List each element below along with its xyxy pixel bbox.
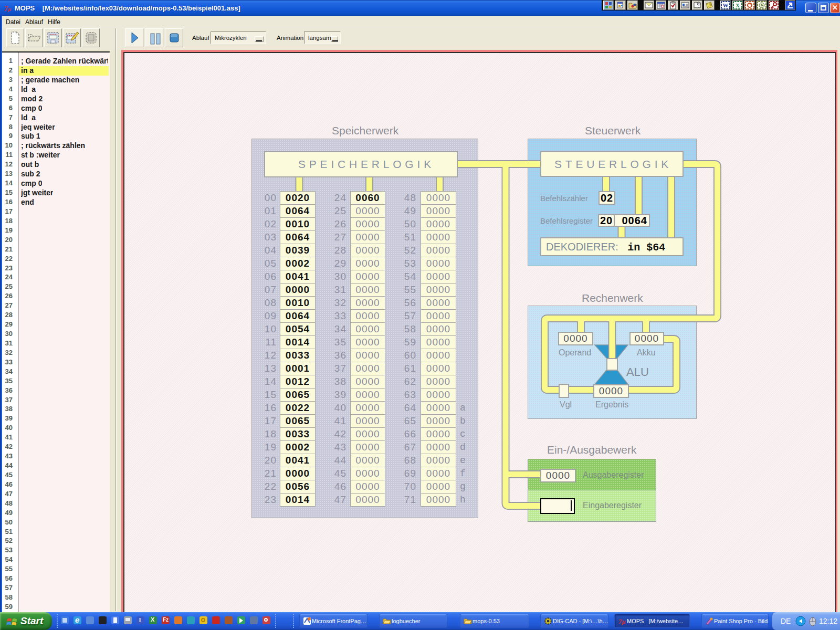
svg-text:7μ: 7μ <box>618 617 626 625</box>
